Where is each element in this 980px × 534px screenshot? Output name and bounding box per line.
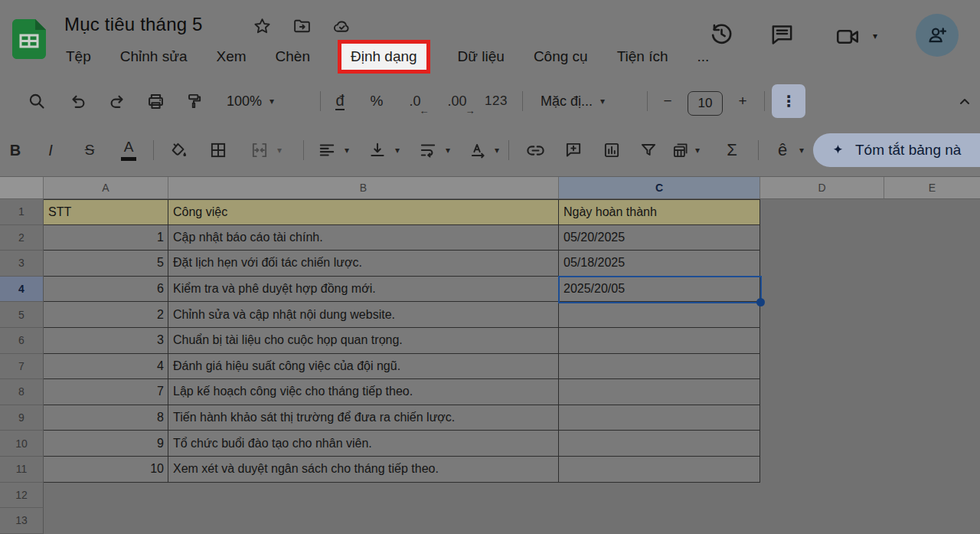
redo-icon[interactable] bbox=[107, 84, 128, 118]
font-size-field[interactable]: 10 bbox=[688, 84, 723, 118]
column-header-C-selected[interactable]: C bbox=[559, 177, 760, 198]
column-header-B[interactable]: B bbox=[168, 177, 559, 198]
cell-A2[interactable]: 1 bbox=[44, 225, 168, 251]
insert-link-icon[interactable] bbox=[519, 132, 551, 169]
cell-C2[interactable]: 05/20/2025 bbox=[559, 225, 760, 251]
video-call-icon[interactable] bbox=[835, 24, 861, 50]
decrease-font-size-button[interactable]: − bbox=[655, 84, 680, 118]
column-header-D[interactable]: D bbox=[760, 177, 884, 198]
cell-A7[interactable]: 4 bbox=[44, 354, 168, 380]
row-header-4-selected[interactable]: 4 bbox=[0, 277, 44, 303]
insert-chart-icon[interactable] bbox=[596, 132, 628, 169]
cell-B8[interactable]: Lập kế hoạch công việc cho tháng tiếp th… bbox=[168, 379, 559, 405]
input-tools-caret-icon[interactable]: ▾ bbox=[799, 132, 804, 169]
version-history-icon[interactable] bbox=[707, 20, 736, 48]
cell-A9[interactable]: 8 bbox=[44, 405, 168, 431]
decrease-decimal-button[interactable]: .0← bbox=[401, 84, 429, 118]
horizontal-align-icon[interactable] bbox=[312, 132, 341, 169]
vertical-align-caret-icon[interactable]: ▾ bbox=[395, 132, 400, 169]
cell-C9[interactable] bbox=[559, 405, 760, 431]
insert-table-caret-icon[interactable]: ▾ bbox=[695, 132, 700, 169]
video-call-caret-icon[interactable]: ▾ bbox=[873, 31, 877, 41]
cloud-saved-icon[interactable] bbox=[332, 17, 351, 36]
menu-du-lieu[interactable]: Dữ liệu bbox=[456, 47, 506, 67]
search-icon[interactable] bbox=[26, 84, 47, 118]
cell-C5[interactable] bbox=[559, 302, 760, 328]
cell-B9[interactable]: Tiến hành khảo sát thị trường để đưa ra … bbox=[168, 405, 559, 431]
cell-A3[interactable]: 5 bbox=[44, 251, 168, 277]
cell-A6[interactable]: 3 bbox=[44, 328, 168, 354]
vertical-align-icon[interactable] bbox=[363, 132, 392, 169]
row-header-11[interactable]: 11 bbox=[0, 457, 44, 483]
paint-format-icon[interactable] bbox=[184, 84, 204, 118]
cell-C10[interactable] bbox=[559, 431, 760, 457]
cell-C11[interactable] bbox=[559, 457, 760, 483]
fill-handle[interactable] bbox=[756, 298, 765, 306]
text-wrap-caret-icon[interactable]: ▾ bbox=[446, 132, 450, 169]
menu-cong-cu[interactable]: Công cụ bbox=[532, 47, 590, 67]
insert-table-icon[interactable] bbox=[665, 132, 697, 169]
cell-C3[interactable]: 05/18/2025 bbox=[559, 251, 760, 277]
menu-xem[interactable]: Xem bbox=[214, 47, 247, 67]
cell-B1[interactable]: Công việc bbox=[168, 199, 559, 225]
column-header-E[interactable]: E bbox=[884, 177, 980, 198]
cell-B11[interactable]: Xem xét và duyệt ngân sách cho tháng tiế… bbox=[168, 457, 559, 483]
bold-button[interactable]: B bbox=[2, 132, 29, 169]
row-header-8[interactable]: 8 bbox=[0, 379, 44, 405]
cell-A11[interactable]: 10 bbox=[44, 457, 168, 483]
sheets-logo-icon[interactable] bbox=[12, 19, 46, 59]
ai-summarize-button[interactable]: Tóm tắt bảng nà bbox=[813, 133, 980, 167]
cell-B10[interactable]: Tổ chức buổi đào tạo cho nhân viên. bbox=[168, 431, 559, 457]
insert-comment-icon[interactable] bbox=[557, 132, 590, 169]
cell-B3[interactable]: Đặt lịch hẹn với đối tác chiến lược. bbox=[168, 251, 559, 277]
menu-tep[interactable]: Tệp bbox=[64, 47, 93, 67]
text-wrap-icon[interactable] bbox=[413, 132, 443, 169]
row-header-10[interactable]: 10 bbox=[0, 431, 44, 457]
column-header-A[interactable]: A bbox=[44, 177, 168, 198]
select-all-corner[interactable] bbox=[0, 177, 44, 198]
hide-menus-chevron-icon[interactable] bbox=[956, 84, 974, 118]
row-header-7[interactable]: 7 bbox=[0, 354, 44, 380]
italic-button[interactable]: I bbox=[37, 132, 64, 169]
document-title[interactable]: Mục tiêu tháng 5 bbox=[64, 14, 203, 35]
cell-A5[interactable]: 2 bbox=[44, 302, 168, 328]
cell-B4[interactable]: Kiểm tra và phê duyệt hợp đồng mới. bbox=[168, 277, 559, 303]
row-header-6[interactable]: 6 bbox=[0, 328, 44, 354]
fill-color-icon[interactable] bbox=[162, 132, 194, 169]
cell-C8[interactable] bbox=[559, 379, 760, 405]
cell-A8[interactable]: 7 bbox=[44, 379, 168, 405]
cell-C1[interactable]: Ngày hoàn thành bbox=[559, 199, 760, 225]
currency-format-button[interactable]: đ bbox=[328, 84, 352, 118]
borders-icon[interactable] bbox=[202, 132, 234, 169]
text-rotation-icon[interactable] bbox=[464, 132, 493, 169]
row-header-3[interactable]: 3 bbox=[0, 251, 44, 277]
active-cell-selection-C4[interactable] bbox=[558, 276, 762, 303]
cell-A10[interactable]: 9 bbox=[44, 431, 168, 457]
row-header-13[interactable]: 13 bbox=[0, 508, 44, 534]
cell-B6[interactable]: Chuẩn bị tài liệu cho cuộc họp quan trọn… bbox=[168, 328, 559, 354]
cell-A4[interactable]: 6 bbox=[44, 277, 168, 303]
text-rotation-caret-icon[interactable]: ▾ bbox=[495, 132, 499, 169]
text-color-button[interactable]: A bbox=[113, 132, 144, 169]
menu-chinh-sua[interactable]: Chỉnh sửa bbox=[119, 47, 189, 67]
zoom-select[interactable]: 100% ▾ bbox=[227, 84, 274, 118]
input-tools-button[interactable]: ê bbox=[769, 132, 796, 169]
move-folder-icon[interactable] bbox=[292, 17, 312, 36]
star-icon[interactable] bbox=[253, 17, 272, 36]
font-family-select[interactable]: Mặc đị... ▾ bbox=[541, 84, 605, 118]
menu-dinh-dang-highlighted[interactable]: Định dạng bbox=[338, 40, 430, 74]
row-header-12[interactable]: 12 bbox=[0, 483, 44, 509]
merge-cells-caret-icon[interactable]: ▾ bbox=[277, 132, 282, 169]
number-format-button[interactable]: 123 bbox=[481, 84, 511, 118]
cell-B7[interactable]: Đánh giá hiệu suất công việc của đội ngũ… bbox=[168, 354, 559, 380]
comments-icon[interactable] bbox=[769, 21, 795, 48]
print-icon[interactable] bbox=[145, 84, 166, 118]
menu-chen[interactable]: Chèn bbox=[274, 47, 312, 67]
increase-decimal-button[interactable]: .00→ bbox=[441, 84, 473, 118]
merge-cells-icon[interactable] bbox=[243, 132, 276, 169]
share-add-people-button[interactable] bbox=[916, 14, 959, 57]
menu-tien-ich[interactable]: Tiện ích bbox=[616, 47, 670, 67]
cell-C7[interactable] bbox=[559, 354, 760, 380]
percent-format-button[interactable]: % bbox=[364, 84, 389, 118]
cell-C6[interactable] bbox=[559, 328, 760, 354]
